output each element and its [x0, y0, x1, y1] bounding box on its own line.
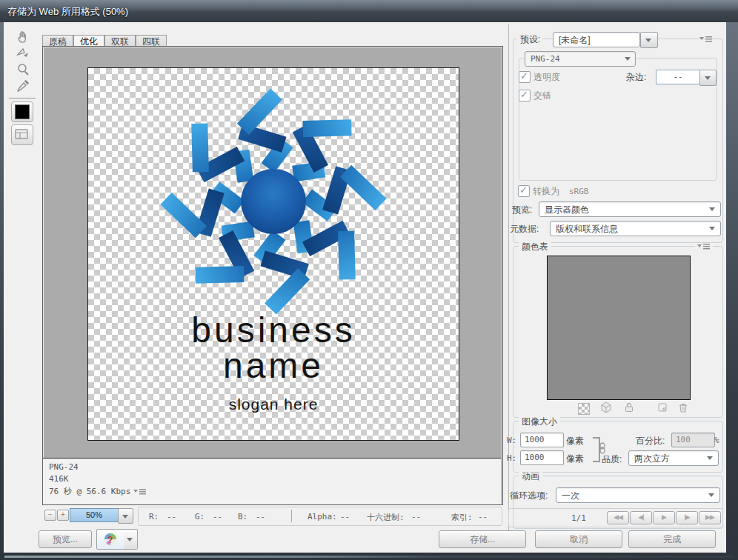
frame-control-bar: 1/1 ◀◀ ◀| ▶ |▶ ▶▶ — [508, 508, 723, 527]
save-button[interactable]: 存储... — [439, 530, 526, 548]
convert-srgb-suffix: sRGB — [569, 187, 589, 196]
loop-options-label: 循环选项: — [510, 490, 548, 502]
slice-select-icon — [16, 46, 30, 61]
interlaced-checkbox[interactable] — [519, 90, 531, 101]
zoom-out-button[interactable]: − — [44, 510, 56, 521]
color-table-label: 颜色表 — [519, 241, 551, 253]
logo-business-text: business — [88, 310, 459, 350]
new-color-icon[interactable] — [656, 401, 668, 413]
metadata-label: 元数据: — [510, 223, 539, 236]
alpha-label: Alpha: — [308, 512, 337, 521]
window-title: 存储为 Web 所用格式 (50%) — [7, 5, 128, 19]
play-button[interactable]: ▶ — [653, 511, 675, 524]
previous-frame-button[interactable]: ◀| — [630, 511, 652, 524]
index-value: -- — [478, 512, 488, 521]
hand-tool-button[interactable] — [16, 30, 30, 44]
chevron-down-icon — [127, 538, 133, 544]
window-frame-glow — [4, 556, 734, 558]
slice-select-tool-button[interactable] — [16, 46, 30, 61]
convert-srgb-checkbox[interactable] — [518, 185, 530, 197]
color-table-panel-menu-icon[interactable] — [695, 243, 713, 250]
animation-label: 动画 — [519, 470, 542, 483]
web-shift-cube-icon[interactable] — [600, 401, 612, 413]
zoom-in-button[interactable]: + — [57, 510, 69, 521]
delete-color-trash-icon[interactable] — [677, 401, 689, 413]
matte-label: 杂边: — [626, 71, 646, 84]
metadata-select[interactable]: 版权和联系信息 — [550, 221, 721, 236]
format-select[interactable]: PNG-24 — [525, 51, 636, 67]
chevron-down-icon — [707, 456, 713, 463]
preset-label: 预设: — [517, 33, 543, 46]
chevron-down-icon — [122, 515, 128, 521]
alpha-value: -- — [340, 512, 350, 521]
b-label: B: — [238, 512, 247, 521]
preset-value: [未命名] — [559, 34, 591, 47]
quality-select[interactable]: 两次立方 — [628, 450, 719, 466]
preview-mode-label: 预览: — [512, 204, 532, 216]
loop-options-select[interactable]: 一次 — [556, 487, 720, 503]
percent-field[interactable]: 100 — [671, 433, 715, 447]
preset-panel-menu-icon[interactable] — [699, 36, 713, 43]
logo-name-text: name — [88, 345, 459, 386]
height-field[interactable]: 1000 — [520, 450, 564, 465]
info-download-time: 76 秒 @ 56.6 Kbps — [49, 486, 130, 497]
optimized-image-canvas[interactable]: business name slogan here — [87, 67, 459, 441]
color-table-swatches[interactable] — [547, 256, 691, 400]
height-unit: 像素 — [566, 453, 584, 465]
preview-mode-select[interactable]: 显示器颜色 — [539, 201, 721, 217]
first-frame-button[interactable]: ◀◀ — [607, 511, 629, 524]
browser-list-dropdown-button[interactable] — [124, 529, 138, 550]
chevron-down-icon — [708, 493, 714, 500]
color-readout-bar: R: -- G: -- B: -- Alpha: -- 十六进制: -- 索引:… — [138, 507, 502, 526]
eyedropper-icon — [16, 79, 30, 93]
cancel-button[interactable]: 取消 — [535, 530, 622, 548]
metadata-value: 版权和联系信息 — [556, 223, 618, 236]
lock-color-icon[interactable] — [623, 401, 635, 413]
chevron-down-icon — [705, 76, 711, 83]
width-label: W: — [507, 436, 516, 445]
quality-value: 两次立方 — [634, 453, 670, 465]
format-value: PNG-24 — [531, 54, 560, 64]
width-field[interactable]: 1000 — [520, 433, 564, 447]
chevron-down-icon — [625, 57, 631, 64]
preset-select[interactable]: [未命名] — [553, 32, 640, 47]
hand-icon — [16, 30, 30, 44]
percent-unit: % — [714, 436, 719, 445]
next-frame-button[interactable]: |▶ — [676, 511, 698, 524]
transparency-checkbox[interactable] — [519, 71, 531, 83]
zoom-tool-button[interactable] — [16, 62, 30, 77]
eyedropper-color-swatch[interactable] — [11, 101, 33, 122]
info-panel-menu-icon[interactable] — [133, 488, 147, 496]
eyedropper-tool-button[interactable] — [16, 79, 30, 93]
r-value: -- — [167, 512, 176, 521]
toggle-slices-visibility-button[interactable] — [11, 124, 33, 145]
b-value: -- — [256, 512, 265, 521]
frame-counter: 1/1 — [571, 513, 586, 523]
info-format: PNG-24 — [49, 462, 79, 472]
swatch-color-black — [15, 104, 30, 119]
chevron-down-icon — [709, 227, 715, 233]
browser-select-button[interactable]: ? — [96, 529, 125, 550]
loop-options-value: 一次 — [562, 490, 579, 502]
preview-in-browser-button[interactable]: 预览... — [39, 530, 92, 548]
height-label: H: — [507, 453, 516, 463]
r-label: R: — [149, 512, 159, 521]
matte-dropdown-button[interactable] — [699, 70, 717, 86]
preview-pane: business name slogan here PNG-24 416K 76… — [42, 46, 503, 505]
convert-srgb-label: 转换为 — [533, 185, 559, 198]
hex-value: -- — [411, 512, 421, 521]
matte-field[interactable]: -- — [656, 70, 700, 84]
interlaced-label: 交错 — [533, 90, 551, 102]
zoom-level-field[interactable]: 50% — [70, 508, 119, 522]
title-bar[interactable]: 存储为 Web 所用格式 (50%) — [0, 0, 738, 22]
preset-dropdown-button[interactable] — [640, 32, 658, 48]
g-value: -- — [213, 512, 222, 521]
width-unit: 像素 — [566, 435, 584, 447]
map-transparency-icon[interactable] — [578, 403, 590, 415]
readout-divider — [291, 510, 292, 522]
zoom-dropdown-button[interactable] — [118, 508, 133, 524]
palette-divider — [9, 98, 36, 99]
chevron-down-icon — [709, 207, 715, 214]
last-frame-button[interactable]: ▶▶ — [699, 511, 721, 524]
done-button[interactable]: 完成 — [628, 530, 716, 548]
